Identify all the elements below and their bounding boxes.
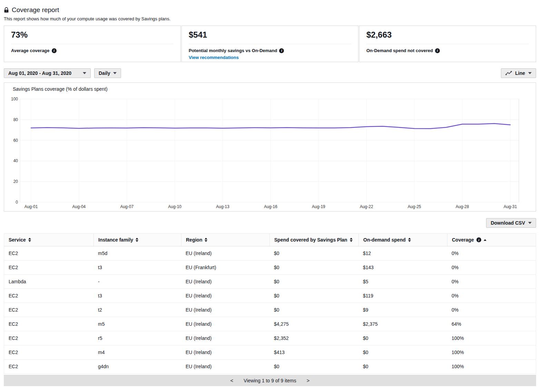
table-header-row: ServiceInstance familyRegionSpend covere… xyxy=(4,234,536,246)
cell-coverage: 100% xyxy=(447,345,536,359)
page-subtitle: This report shows how much of your compu… xyxy=(4,16,536,21)
stats-row: 73% Average coverage i $541 Potential mo… xyxy=(4,26,536,62)
column-header-region[interactable]: Region xyxy=(181,234,269,246)
date-range-label: Aug 01, 2020 - Aug 31, 2020 xyxy=(8,70,71,76)
cell-service: EC2 xyxy=(4,261,93,274)
x-axis-tick-label: Aug-19 xyxy=(312,204,325,209)
y-axis-tick-label: 40 xyxy=(13,158,18,163)
sort-up-arrow-icon xyxy=(28,238,31,239)
lock-icon xyxy=(4,7,9,13)
cell-coverage: 0% xyxy=(447,246,536,260)
table-row: EC2m5dEU (Ireland)$0$120% xyxy=(4,246,536,261)
cell-service: EC2 xyxy=(4,303,93,317)
column-header-service[interactable]: Service xyxy=(4,234,93,246)
pagination-status: Viewing 1 to 9 of 9 items xyxy=(244,378,296,383)
cell-spend-covered-by-savings-plan: $0 xyxy=(269,360,358,373)
stat-label: Potential monthly savings vs On-Demand i xyxy=(189,48,351,53)
table-row: EC2r5EU (Ireland)$2,352$0100% xyxy=(4,331,536,345)
cell-region: EU (Ireland) xyxy=(181,246,269,260)
previous-page-button[interactable]: < xyxy=(229,377,235,384)
x-axis-tick-label: Aug-28 xyxy=(456,204,469,209)
cell-spend-covered-by-savings-plan: $0 xyxy=(269,275,358,288)
stat-card-ondemand-not-covered: $2,663 On-Demand spend not covered i xyxy=(359,26,536,62)
y-axis-tick-label: 80 xyxy=(13,117,18,122)
cell-region: EU (Ireland) xyxy=(181,303,269,317)
cell-coverage: 100% xyxy=(447,360,536,373)
chevron-down-icon xyxy=(83,72,86,74)
cell-spend-covered-by-savings-plan: $2,352 xyxy=(269,331,358,345)
sort-down-arrow-icon xyxy=(28,240,31,242)
cell-instance-family: g4dn xyxy=(93,360,181,373)
sort-up-arrow-icon xyxy=(136,238,138,239)
divider xyxy=(366,44,529,44)
pagination-bar: < Viewing 1 to 9 of 9 items > xyxy=(4,375,536,386)
cell-spend-covered-by-savings-plan: $413 xyxy=(269,345,358,359)
download-row: Download CSV xyxy=(4,218,536,228)
column-header-on-demand-spend[interactable]: On-demand spend xyxy=(358,234,447,246)
y-axis-tick-label: 100 xyxy=(11,97,18,101)
cell-region: EU (Ireland) xyxy=(181,331,269,345)
x-axis-tick-label: Aug-25 xyxy=(408,204,421,209)
cell-on-demand-spend: $0 xyxy=(358,331,447,345)
stat-card-potential-savings: $541 Potential monthly savings vs On-Dem… xyxy=(181,26,358,62)
cell-region: EU (Frankfurt) xyxy=(181,261,269,274)
info-icon[interactable]: i xyxy=(279,48,284,53)
page-title: Coverage report xyxy=(12,6,59,14)
cell-spend-covered-by-savings-plan: $0 xyxy=(269,289,358,303)
stat-value: $541 xyxy=(189,30,351,40)
column-header-coverage[interactable]: Coveragei xyxy=(447,234,536,246)
table-body: EC2m5dEU (Ireland)$0$120%EC2t3EU (Frankf… xyxy=(4,246,536,373)
divider xyxy=(189,44,351,44)
cell-spend-covered-by-savings-plan: $0 xyxy=(269,246,358,260)
y-axis-tick-label: 0 xyxy=(16,200,18,205)
x-axis-tick-label: Aug-04 xyxy=(72,204,86,209)
cell-on-demand-spend: $119 xyxy=(358,289,447,303)
coverage-table: ServiceInstance familyRegionSpend covere… xyxy=(4,233,536,374)
cell-on-demand-spend: $0 xyxy=(358,345,447,359)
table-row: Lambda-EU (Ireland)$0$50% xyxy=(4,275,536,289)
chevron-down-icon xyxy=(528,72,532,74)
cell-region: EU (Ireland) xyxy=(181,289,269,303)
sort-ascending-icon xyxy=(484,239,486,241)
table-row: EC2t2EU (Ireland)$0$90% xyxy=(4,303,536,317)
coverage-report-page: Coverage report This report shows how mu… xyxy=(0,0,543,386)
next-page-button[interactable]: > xyxy=(305,377,311,384)
chart-type-label: Line xyxy=(515,70,525,76)
divider xyxy=(11,44,174,44)
cell-instance-family: r5 xyxy=(93,331,181,345)
column-header-label: Region xyxy=(186,237,202,243)
column-header-spend-covered-by-savings-plan[interactable]: Spend covered by Savings Plan xyxy=(269,234,358,246)
granularity-dropdown[interactable]: Daily xyxy=(94,68,121,78)
view-recommendations-link[interactable]: View recommendations xyxy=(189,55,239,60)
cell-coverage: 0% xyxy=(447,303,536,317)
stat-label-text: On-Demand spend not covered xyxy=(366,48,433,53)
stat-label: Average coverage i xyxy=(11,48,174,53)
stat-value: $2,663 xyxy=(366,30,529,40)
download-csv-button[interactable]: Download CSV xyxy=(486,218,536,228)
cell-coverage: 64% xyxy=(447,317,536,331)
sort-up-arrow-icon xyxy=(350,238,353,239)
cell-region: EU (Ireland) xyxy=(181,275,269,288)
sort-down-arrow-icon xyxy=(136,240,138,242)
date-range-dropdown[interactable]: Aug 01, 2020 - Aug 31, 2020 xyxy=(4,68,91,78)
x-axis-tick-label: Aug-01 xyxy=(24,204,38,209)
info-icon[interactable]: i xyxy=(435,48,440,53)
cell-instance-family: t3 xyxy=(93,289,181,303)
cell-coverage: 0% xyxy=(447,289,536,303)
cell-instance-family: - xyxy=(93,275,181,288)
cell-service: EC2 xyxy=(4,246,93,260)
info-icon[interactable]: i xyxy=(476,237,481,242)
column-header-label: Coverage xyxy=(452,237,474,243)
download-csv-label: Download CSV xyxy=(491,220,525,226)
cell-region: EU (Ireland) xyxy=(181,360,269,373)
chart-type-dropdown[interactable]: Line xyxy=(501,68,536,78)
column-header-instance-family[interactable]: Instance family xyxy=(93,234,181,246)
y-axis-tick-label: 60 xyxy=(13,138,18,143)
x-axis-tick-label: Aug-10 xyxy=(168,204,181,209)
chart-title: Savings Plans coverage (% of dollars spe… xyxy=(4,86,536,92)
coverage-chart-card: Savings Plans coverage (% of dollars spe… xyxy=(4,82,536,212)
cell-on-demand-spend: $5 xyxy=(358,275,447,288)
info-icon[interactable]: i xyxy=(52,48,57,53)
chevron-down-icon xyxy=(113,72,117,74)
table-row: EC2g4dnEU (Ireland)$0$0100% xyxy=(4,360,536,373)
